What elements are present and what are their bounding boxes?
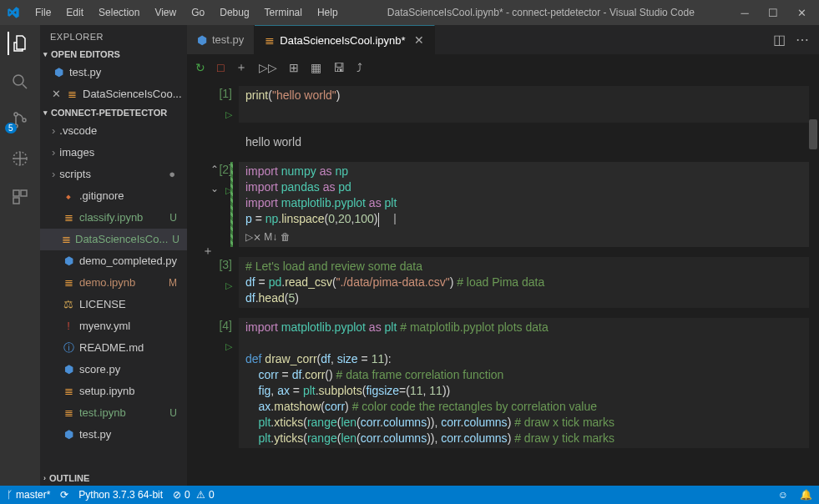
cell-3[interactable]: [3]▷ # Let's load and review some data d… [197, 257, 809, 308]
python-interpreter[interactable]: Python 3.7.3 64-bit [78, 489, 163, 501]
notebook-toolbar: ↻ □ ＋ ▷▷ ⊞ ▦ 🖫 ⤴ [187, 54, 819, 81]
maximize-button[interactable]: ☐ [766, 7, 781, 19]
menu-help[interactable]: Help [311, 3, 345, 22]
run-cell-icon[interactable]: ▷ [197, 339, 232, 355]
cell-4[interactable]: [4]▷ import matplotlib.pyplot as plt # m… [197, 318, 809, 448]
run-cell-icon[interactable]: ▷ [197, 278, 232, 294]
show-vars-icon[interactable]: ⊞ [289, 61, 299, 74]
titlebar: File Edit Selection View Go Debug Termin… [0, 0, 819, 25]
cell-1-output: hello world [197, 133, 809, 152]
editor-actions: ◫ ⋯ [773, 25, 819, 54]
explorer-title: EXPLORER [40, 25, 187, 47]
activity-bar: 5 [0, 25, 40, 486]
tree-file[interactable]: ≣DataScienceIsCo...U [40, 229, 187, 250]
main-menu: File Edit Selection View Go Debug Termin… [28, 3, 345, 22]
open-editor-item[interactable]: ⬢test.py [40, 62, 187, 83]
svg-point-3 [23, 118, 26, 122]
split-editor-icon[interactable]: ◫ [773, 32, 786, 48]
more-icon[interactable]: ⋯ [796, 32, 809, 48]
tab-notebook[interactable]: ≣DataScienceIsCool.ipynb*✕ [255, 25, 434, 54]
notifications-icon[interactable]: 🔔 [800, 489, 812, 501]
tree-folder[interactable]: ›images [40, 142, 187, 164]
tree-file[interactable]: ≣demo.ipynbM [40, 272, 187, 294]
tree-folder[interactable]: ›.vscode [40, 120, 187, 142]
add-cell-icon[interactable]: ＋ [235, 60, 247, 75]
tree-file[interactable]: ⬢score.py [40, 359, 187, 381]
cell-1[interactable]: [1]▷ print("hello world") [197, 86, 809, 123]
tree-file[interactable]: ⬢test.py [40, 424, 187, 446]
svg-rect-5 [13, 190, 19, 196]
window-title: DataScienceIsCool.ipynb* - connect-petde… [345, 7, 737, 18]
tree-file[interactable]: !myenv.yml [40, 315, 187, 337]
svg-point-0 [13, 75, 23, 85]
svg-rect-6 [21, 190, 27, 196]
git-branch[interactable]: ᚴ master* [7, 489, 50, 501]
menu-debug[interactable]: Debug [213, 3, 255, 22]
tree-file[interactable]: ⚖LICENSE [40, 294, 187, 315]
debug-icon[interactable] [8, 147, 32, 170]
menu-file[interactable]: File [28, 3, 58, 22]
interrupt-kernel-icon[interactable]: □ [217, 61, 224, 74]
problems[interactable]: ⊘ 0 ⚠ 0 [173, 489, 215, 501]
extensions-icon[interactable] [8, 185, 32, 209]
tree-file[interactable]: ⓘREADME.md [40, 337, 187, 359]
svg-point-1 [14, 113, 18, 116]
status-bar: ᚴ master* ⟳ Python 3.7.3 64-bit ⊘ 0 ⚠ 0 … [0, 486, 819, 504]
svg-rect-7 [13, 198, 19, 204]
text-cursor [378, 213, 379, 227]
scrollbar-thumb[interactable] [809, 119, 817, 149]
project-section[interactable]: ▾CONNECT-PETDETECTOR [40, 105, 187, 120]
open-editor-item[interactable]: ✕≣DataScienceIsCoo... [40, 83, 187, 105]
explorer-icon[interactable] [8, 32, 31, 55]
tree-file[interactable]: ⬥.gitignore [40, 185, 187, 207]
save-icon[interactable]: 🖫 [333, 61, 345, 74]
ibeam-cursor-icon: I [392, 212, 397, 228]
search-icon[interactable] [8, 70, 32, 93]
run-all-icon[interactable]: ▷▷ [259, 61, 277, 74]
menu-view[interactable]: View [148, 3, 183, 22]
cell-2[interactable]: ⌃⌄ [2]▷ import numpy as np import pandas… [197, 162, 809, 247]
tree-folder[interactable]: ›scripts● [40, 164, 187, 185]
outline-section[interactable]: ›OUTLINE [40, 471, 187, 486]
export-icon[interactable]: ⤴ [356, 61, 362, 74]
tree-file[interactable]: ≣test.ipynbU [40, 402, 187, 424]
tab-bar: ⬢test.py ≣DataScienceIsCool.ipynb*✕ ◫ ⋯ [187, 25, 819, 54]
restart-kernel-icon[interactable]: ↻ [195, 61, 205, 74]
menu-go[interactable]: Go [185, 3, 211, 22]
close-button[interactable]: ✕ [794, 7, 809, 19]
notebook-cells[interactable]: [1]▷ print("hello world") hello world ⌃⌄… [187, 81, 819, 486]
tree-file[interactable]: ⬢demo_completed.py [40, 250, 187, 272]
open-editors-section[interactable]: ▾OPEN EDITORS [40, 47, 187, 62]
tree-file[interactable]: ≣classify.ipynbU [40, 207, 187, 229]
vscode-logo-icon [7, 6, 20, 19]
editor-area: ⬢test.py ≣DataScienceIsCool.ipynb*✕ ◫ ⋯ … [187, 25, 819, 486]
grid-icon[interactable]: ▦ [311, 61, 321, 74]
source-control-icon[interactable]: 5 [8, 108, 32, 132]
run-cell-icon[interactable]: ▷ [197, 183, 232, 199]
tab-test-py[interactable]: ⬢test.py [187, 25, 255, 54]
run-cell-icon[interactable]: ▷ [197, 107, 232, 123]
minimize-button[interactable]: ─ [737, 7, 752, 19]
sync-icon[interactable]: ⟳ [60, 489, 68, 501]
menu-edit[interactable]: Edit [59, 3, 90, 22]
feedback-icon[interactable]: ☺ [778, 489, 788, 501]
scm-badge: 5 [5, 123, 17, 134]
menu-selection[interactable]: Selection [92, 3, 146, 22]
explorer-sidebar: EXPLORER ▾OPEN EDITORS ⬢test.py ✕≣DataSc… [40, 25, 187, 486]
cell-actions[interactable]: ▷⨯ M↓ 🗑 [245, 229, 802, 245]
menu-terminal[interactable]: Terminal [258, 3, 309, 22]
tab-close-icon[interactable]: ✕ [414, 33, 424, 47]
window-controls: ─ ☐ ✕ [737, 7, 809, 19]
tree-file[interactable]: ≣setup.ipynb [40, 381, 187, 402]
